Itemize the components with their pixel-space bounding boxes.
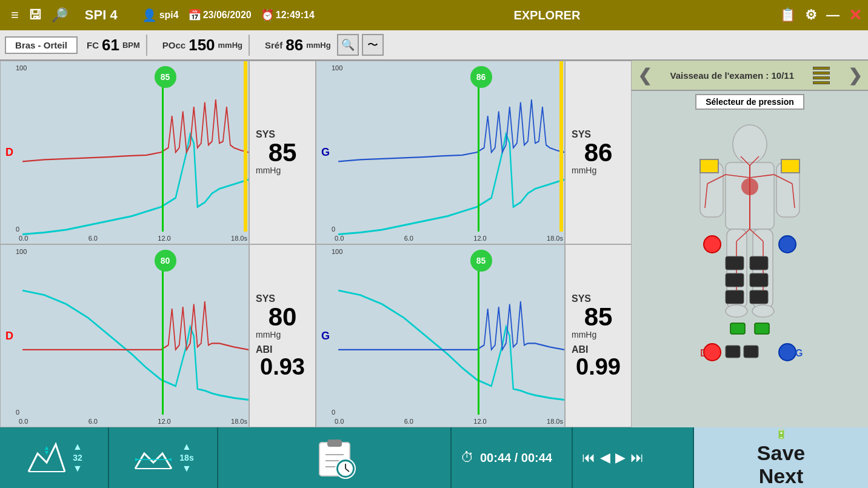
edit-icon[interactable]: 📋 bbox=[780, 7, 796, 23]
svg-rect-31 bbox=[750, 290, 768, 304]
body-svg: D G bbox=[659, 123, 841, 414]
play-button[interactable]: ▶ bbox=[615, 450, 626, 466]
time-info: ⏰ 12:49:14 bbox=[261, 8, 315, 22]
svg-point-35 bbox=[704, 344, 721, 361]
sys-value-tr: 86 bbox=[584, 140, 613, 165]
bottom-toolbar: ▲ 32 ▼ ▲ 18s ▼ bbox=[0, 427, 868, 488]
pressure-bubble-br: 85 bbox=[470, 250, 492, 272]
svg-marker-42 bbox=[45, 451, 48, 455]
username: spi4 bbox=[159, 10, 179, 21]
user-icon: 👤 bbox=[142, 8, 157, 22]
prev-vessel-button[interactable]: ❮ bbox=[638, 65, 652, 85]
pressure-selector-title: Sélecteur de pression bbox=[695, 94, 804, 110]
vessel-list-icon[interactable] bbox=[813, 67, 830, 84]
save-icon[interactable]: 🖫 bbox=[28, 7, 42, 23]
playback-section: ⏮ ◀ ▶ ⏭ bbox=[573, 427, 694, 488]
fc-item: FC 61 BPM bbox=[87, 36, 140, 55]
timer-value: 00:44 / 00:44 bbox=[480, 451, 552, 465]
svg-point-7 bbox=[752, 305, 774, 317]
pressure-bubble-tl: 85 bbox=[155, 66, 176, 88]
speed-arrows: ▲ 18s ▼ bbox=[179, 442, 193, 473]
waveform-icon[interactable]: 〜 bbox=[362, 34, 384, 56]
date-info: 📅 23/06/2020 bbox=[188, 8, 252, 22]
search-icon[interactable]: 🔎 bbox=[52, 7, 68, 23]
pocc-unit: mmHg bbox=[218, 41, 242, 50]
fast-forward-button[interactable]: ⏭ bbox=[630, 450, 644, 466]
amplitude-row: ▲ 32 ▼ bbox=[25, 438, 82, 478]
amplitude-section: ▲ 32 ▼ bbox=[0, 427, 109, 488]
clock-icon: ⏰ bbox=[261, 8, 274, 22]
yellow-marker-tr bbox=[559, 61, 563, 232]
fc-label: FC bbox=[87, 40, 99, 50]
vessel-label: Vaisseau de l'examen : 10/11 bbox=[670, 70, 794, 81]
svg-point-21 bbox=[741, 178, 758, 195]
amplitude-arrows: ▲ 32 ▼ bbox=[73, 442, 82, 473]
sys-unit-br: mmHg bbox=[569, 330, 596, 339]
sys-panel-br: SYS 85 mmHg ABI 0.99 bbox=[564, 245, 631, 427]
separator-2 bbox=[249, 35, 250, 56]
amplitude-up-button[interactable]: ▲ bbox=[73, 442, 82, 452]
chart-canvas-top-right: 100 G 86 0 0.06.012.018.0s bbox=[316, 61, 564, 244]
amplitude-down-button[interactable]: ▼ bbox=[73, 464, 82, 473]
speed-down-button[interactable]: ▼ bbox=[182, 464, 192, 473]
sref-label: Sréf bbox=[265, 40, 282, 50]
chart-top-left: 100 D 85 0 0.06.012.018.0s SYS 85 mmHg bbox=[0, 61, 316, 244]
chart-bottom-right: 100 G 85 0 0.06.012.018.0s SYS 85 mmHg A… bbox=[316, 244, 632, 428]
sys-value-tl: 85 bbox=[269, 140, 297, 165]
close-icon[interactable]: ✕ bbox=[849, 6, 862, 25]
chart-bottom-left: 100 D 80 0 0.06.012.018.0s SYS 80 mmHg A… bbox=[0, 244, 316, 428]
menu-icon[interactable]: ≡ bbox=[11, 7, 19, 23]
report-icon-section[interactable] bbox=[218, 427, 452, 488]
svg-rect-28 bbox=[726, 273, 744, 287]
topbar-action-icons: 🔍 〜 bbox=[337, 34, 384, 56]
rewind-to-start-button[interactable]: ⏮ bbox=[582, 450, 595, 466]
waveform-svg-tl bbox=[1, 61, 249, 244]
speed-row: ▲ 18s ▼ bbox=[132, 438, 193, 478]
svg-rect-30 bbox=[726, 290, 744, 304]
svg-rect-37 bbox=[744, 346, 758, 358]
user-info: 👤 spi4 bbox=[142, 8, 179, 22]
save-next-button[interactable]: 🔋 Save Next bbox=[694, 427, 868, 488]
waveform-svg-tr bbox=[316, 61, 564, 244]
header-right: 📋 ⚙ — ✕ bbox=[780, 6, 862, 25]
chart-top-right: 100 G 86 0 0.06.012.018.0s SYS 86 mmHg bbox=[316, 61, 632, 244]
amplitude-value: 32 bbox=[73, 453, 82, 463]
sys-panel-bl: SYS 80 mmHg ABI 0.93 bbox=[249, 245, 315, 427]
sref-unit: mmHg bbox=[306, 41, 330, 50]
pocc-value: 150 bbox=[189, 36, 215, 55]
vessel-navigation: ❮ Vaisseau de l'examen : 10/11 ❯ bbox=[632, 61, 868, 91]
fc-unit: BPM bbox=[122, 41, 140, 50]
x-axis-br: 0.06.012.018.0s bbox=[335, 418, 563, 425]
svg-rect-26 bbox=[726, 256, 744, 270]
svg-point-6 bbox=[726, 305, 747, 317]
sys-value-bl: 80 bbox=[269, 304, 297, 330]
waveform-svg-bl bbox=[1, 245, 249, 427]
zoom-icon[interactable]: 🔍 bbox=[337, 34, 359, 56]
waveform-svg-br bbox=[316, 245, 564, 427]
svg-text:G: G bbox=[795, 348, 803, 358]
app-title: SPI 4 bbox=[85, 7, 118, 23]
date-value: 23/06/2020 bbox=[203, 10, 252, 21]
rewind-button[interactable]: ◀ bbox=[600, 450, 610, 466]
speed-up-button[interactable]: ▲ bbox=[182, 442, 192, 452]
charts-area: 100 D 85 0 0.06.012.018.0s SYS 85 mmHg bbox=[0, 61, 632, 427]
speed-section: ▲ 18s ▼ bbox=[109, 427, 218, 488]
separator-1 bbox=[146, 35, 147, 56]
x-axis-tr: 0.06.012.018.0s bbox=[335, 235, 563, 242]
svg-point-25 bbox=[779, 236, 796, 253]
settings-icon[interactable]: ⚙ bbox=[805, 7, 817, 23]
svg-rect-23 bbox=[781, 159, 800, 173]
next-vessel-button[interactable]: ❯ bbox=[848, 65, 862, 85]
time-value: 12:49:14 bbox=[276, 10, 315, 21]
minimize-icon[interactable]: — bbox=[826, 7, 840, 23]
svg-marker-41 bbox=[45, 446, 48, 450]
explorer-label: EXPLORER bbox=[315, 8, 780, 22]
waveform-speed-icon bbox=[132, 441, 175, 478]
svg-rect-36 bbox=[726, 346, 740, 358]
sys-panel-tl: SYS 85 mmHg bbox=[249, 61, 315, 244]
pocc-label: POcc bbox=[162, 40, 185, 50]
svg-rect-48 bbox=[327, 440, 342, 447]
measurement-line-br bbox=[478, 251, 479, 415]
sys-value-br: 85 bbox=[584, 304, 613, 330]
fc-value: 61 bbox=[102, 36, 119, 55]
